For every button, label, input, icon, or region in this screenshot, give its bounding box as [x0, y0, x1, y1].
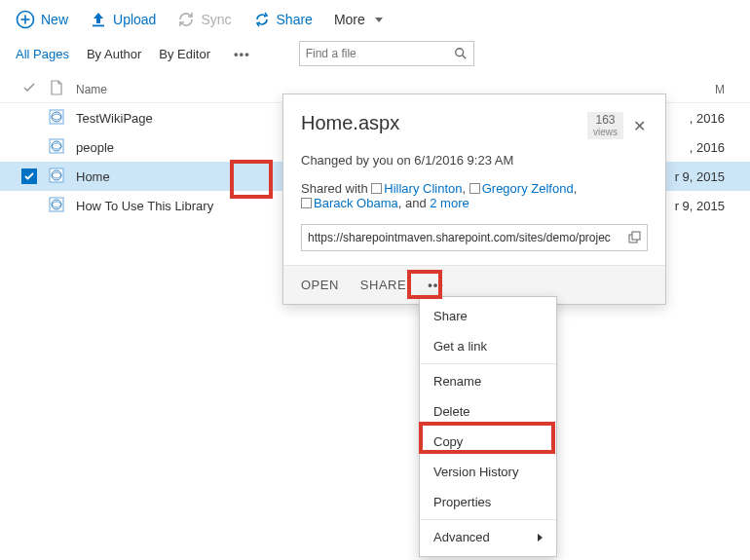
checkbox-icon	[371, 183, 382, 194]
changed-line: Changed by you on 6/1/2016 9:23 AM	[301, 153, 648, 168]
search-icon[interactable]	[454, 47, 468, 60]
upload-label: Upload	[113, 12, 156, 27]
sync-icon	[177, 11, 195, 28]
item-url-box[interactable]	[301, 224, 648, 251]
menu-get-link[interactable]: Get a link	[420, 331, 556, 361]
header-check-column[interactable]	[16, 81, 43, 97]
views-badge: 163 views	[587, 112, 623, 139]
row-checkbox[interactable]	[21, 197, 37, 212]
shared-prefix: Shared with	[301, 181, 371, 196]
shared-with-line: Shared with Hillary Clinton, Gregory Zel…	[301, 181, 648, 210]
svg-point-4	[455, 49, 463, 56]
menu-share[interactable]: Share	[420, 301, 556, 331]
svg-line-5	[462, 56, 466, 59]
callout-title: Home.aspx	[301, 112, 399, 134]
plus-circle-icon	[16, 10, 35, 29]
person-link[interactable]: Hillary Clinton	[384, 181, 462, 196]
search-box[interactable]	[299, 41, 474, 66]
person-link[interactable]: Gregory Zelfond	[482, 181, 574, 196]
search-input[interactable]	[306, 47, 442, 60]
checkbox-icon	[469, 183, 480, 194]
command-toolbar: New Upload Sync Share More	[0, 0, 750, 35]
more-label: More	[334, 12, 365, 27]
menu-properties[interactable]: Properties	[420, 487, 556, 517]
menu-version-history[interactable]: Version History	[420, 457, 556, 487]
svg-rect-15	[632, 232, 640, 240]
menu-rename[interactable]: Rename	[420, 366, 556, 396]
view-options-ellipsis[interactable]: •••	[228, 45, 256, 63]
tab-all-pages[interactable]: All Pages	[16, 47, 69, 61]
close-icon[interactable]: ✕	[631, 117, 648, 135]
svg-rect-3	[93, 25, 104, 27]
menu-delete[interactable]: Delete	[420, 396, 556, 427]
aspx-page-icon	[49, 138, 64, 154]
person-link[interactable]: Barack Obama	[314, 196, 398, 210]
new-button[interactable]: New	[16, 10, 68, 29]
callout-share-button[interactable]: SHARE	[360, 278, 406, 292]
views-label: views	[593, 127, 618, 137]
sync-label: Sync	[201, 12, 231, 27]
callout-ellipsis[interactable]: •••	[428, 278, 444, 292]
menu-advanced[interactable]: Advanced	[420, 522, 556, 552]
aspx-page-icon	[49, 168, 64, 183]
popout-icon[interactable]	[627, 231, 641, 244]
header-type-icon	[43, 80, 70, 98]
new-label: New	[41, 12, 68, 27]
view-filter-row: All Pages By Author By Editor •••	[0, 35, 750, 76]
share-label: Share	[277, 12, 313, 27]
share-button[interactable]: Share	[253, 11, 313, 28]
aspx-page-icon	[49, 197, 64, 212]
tab-by-editor[interactable]: By Editor	[159, 47, 210, 61]
context-menu: Share Get a link Rename Delete Copy Vers…	[419, 296, 557, 557]
more-button[interactable]: More	[334, 12, 383, 27]
chevron-right-icon	[538, 534, 543, 541]
aspx-page-icon	[49, 109, 64, 125]
menu-copy[interactable]: Copy	[420, 427, 556, 457]
item-url-input[interactable]	[308, 231, 627, 244]
item-callout: Home.aspx 163 views ✕ Changed by you on …	[282, 93, 666, 305]
chevron-down-icon	[375, 18, 383, 22]
row-checkbox[interactable]	[21, 138, 37, 154]
sync-button: Sync	[177, 11, 231, 28]
views-count: 163	[593, 114, 618, 127]
row-checkbox[interactable]	[21, 109, 37, 125]
menu-advanced-label: Advanced	[433, 530, 490, 544]
checkbox-icon	[301, 198, 312, 208]
callout-open-button[interactable]: OPEN	[301, 278, 339, 292]
tab-by-author[interactable]: By Author	[87, 47, 141, 61]
upload-button[interactable]: Upload	[90, 11, 156, 28]
upload-icon	[90, 11, 107, 28]
row-checkbox[interactable]	[21, 168, 37, 184]
more-people-link[interactable]: 2 more	[430, 196, 469, 210]
and-more-text: , and	[398, 196, 431, 210]
share-refresh-icon	[253, 11, 271, 28]
